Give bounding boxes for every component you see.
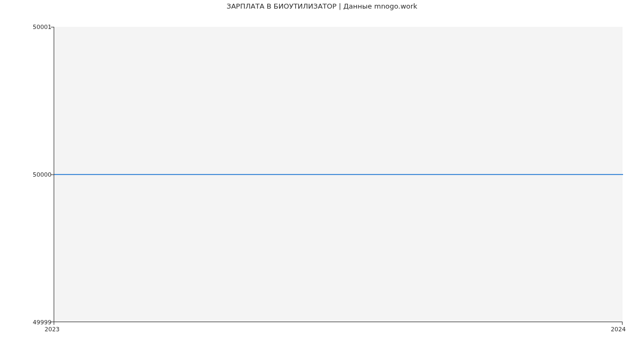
- x-tick-mark: [54, 322, 54, 325]
- salary-chart: ЗАРПЛАТА В БИОУТИЛИЗАТОР | Данные mnogo.…: [0, 0, 644, 349]
- y-tick-label: 50000: [33, 172, 52, 178]
- x-tick-label: 2023: [45, 326, 60, 332]
- chart-title: ЗАРПЛАТА В БИОУТИЛИЗАТОР | Данные mnogo.…: [0, 2, 644, 10]
- data-line: [54, 174, 623, 175]
- x-tick-mark: [622, 322, 623, 325]
- plot-area: [54, 27, 623, 322]
- x-tick-label: 2024: [611, 326, 626, 332]
- y-tick-label: 50001: [33, 24, 52, 30]
- y-tick-label: 49999: [33, 319, 52, 325]
